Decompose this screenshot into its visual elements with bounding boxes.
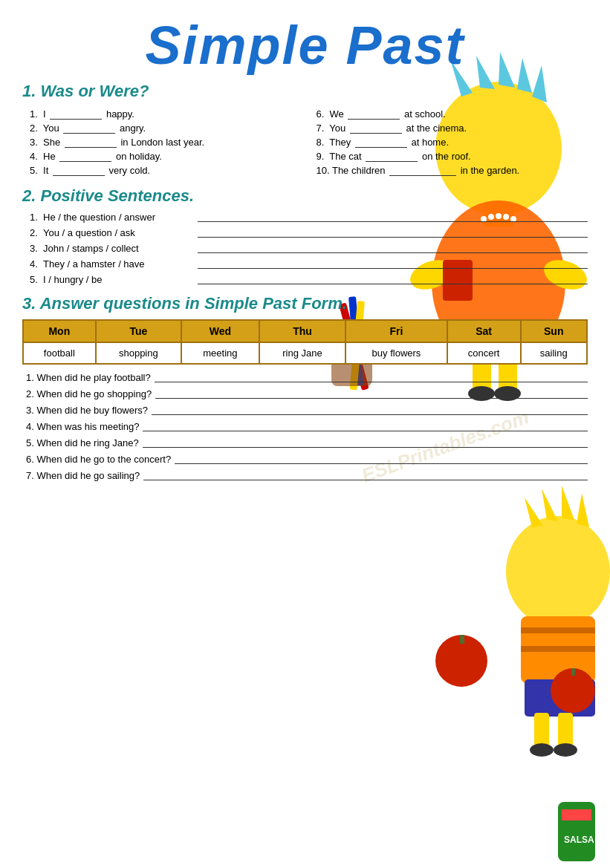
- sentence-prompt: You / a question / ask: [43, 227, 192, 238]
- question-text: 4. When was his meeting?: [26, 421, 139, 432]
- answer-line[interactable]: [198, 221, 588, 222]
- svg-rect-38: [460, 635, 464, 644]
- questions-list: 1. When did he play football? 2. When di…: [26, 372, 588, 481]
- table-cell-meeting: meeting: [181, 342, 259, 364]
- question-text: 3. When did he buy flowers?: [26, 405, 148, 416]
- table-header-sat: Sat: [447, 320, 521, 342]
- question-row: 2. When did he go shopping?: [26, 388, 588, 399]
- section1-heading: 1. Was or Were?: [22, 82, 588, 101]
- sentence-prompt: He / the question / answer: [43, 212, 192, 223]
- main-content: Simple Past 1. Was or Were? 1. I happy. …: [0, 0, 610, 494]
- sentence-prompt: I / hungry / be: [43, 274, 192, 285]
- list-item: 7. You at the cinema.: [317, 121, 588, 135]
- table-data-row: football shopping meeting ring Jane buy …: [23, 342, 587, 364]
- svg-point-32: [554, 743, 577, 757]
- section2-heading: 2. Positive Sentences.: [22, 186, 588, 206]
- blank-field[interactable]: [53, 175, 105, 176]
- svg-point-20: [506, 516, 610, 627]
- list-item: 6. We at school.: [317, 107, 588, 121]
- sentence-row: 4. They / a hamster / have: [30, 258, 588, 270]
- sentence-prompt: They / a hamster / have: [43, 258, 192, 270]
- question-row: 7. When did he go sailing?: [26, 470, 588, 481]
- question-row: 1. When did he play football?: [26, 372, 588, 383]
- blank-field[interactable]: [350, 133, 402, 134]
- table-cell-ring-jane: ring Jane: [259, 342, 346, 364]
- blank-field[interactable]: [366, 161, 418, 162]
- question-row: 4. When was his meeting?: [26, 421, 588, 432]
- section3-heading: 3. Answer questions in Simple Past Form.: [22, 294, 588, 313]
- table-header-tue: Tue: [96, 320, 181, 342]
- schedule-table: Mon Tue Wed Thu Fri Sat Sun football sho…: [22, 319, 588, 365]
- sentence-row: 1. He / the question / answer: [30, 212, 588, 223]
- question-text: 6. When did he go to the concert?: [26, 454, 171, 465]
- svg-text:SALSA: SALSA: [564, 835, 594, 845]
- question-text: 7. When did he go sailing?: [26, 470, 140, 481]
- positive-sentences-list: 1. He / the question / answer 2. You / a…: [30, 212, 588, 285]
- answer-line[interactable]: [155, 382, 588, 382]
- answer-line[interactable]: [155, 398, 588, 399]
- question-text: 1. When did he play football?: [26, 372, 151, 383]
- question-text: 5. When did he ring Jane?: [26, 437, 139, 448]
- svg-marker-24: [577, 493, 589, 527]
- question-row: 5. When did he ring Jane?: [26, 437, 588, 448]
- answer-line[interactable]: [175, 463, 588, 464]
- table-cell-buy-flowers: buy flowers: [345, 342, 447, 364]
- list-item: 9. The cat on the roof.: [317, 149, 588, 163]
- table-header-mon: Mon: [23, 320, 96, 342]
- table-cell-concert: concert: [447, 342, 521, 364]
- blank-field[interactable]: [59, 161, 111, 162]
- table-header-wed: Wed: [181, 320, 259, 342]
- svg-marker-21: [525, 497, 543, 527]
- answer-line[interactable]: [143, 431, 588, 431]
- sentence-row: 2. You / a question / ask: [30, 227, 588, 238]
- question-row: 6. When did he go to the concert?: [26, 454, 588, 465]
- blank-field[interactable]: [65, 147, 117, 148]
- svg-rect-26: [521, 627, 595, 633]
- list-item: 2. You angry.: [30, 121, 302, 135]
- list-item: 5. It very cold.: [30, 163, 302, 177]
- table-header-thu: Thu: [259, 320, 346, 342]
- answer-line[interactable]: [198, 237, 588, 238]
- sentence-number: 4.: [30, 258, 43, 270]
- table-header-row: Mon Tue Wed Thu Fri Sat Sun: [23, 320, 587, 342]
- list-item: 3. She in London last year.: [30, 135, 302, 149]
- table-header-fri: Fri: [345, 320, 447, 342]
- section-answer-questions: 3. Answer questions in Simple Past Form.…: [22, 294, 588, 481]
- question-row: 3. When did he buy flowers?: [26, 405, 588, 416]
- page-title: Simple Past: [22, 7, 588, 76]
- blank-field[interactable]: [50, 119, 102, 120]
- answer-line[interactable]: [198, 268, 588, 269]
- answer-line[interactable]: [143, 480, 588, 480]
- sentence-number: 3.: [30, 243, 43, 254]
- list-item: 10. The children in the garden.: [317, 163, 588, 177]
- table-header-sun: Sun: [521, 320, 587, 342]
- answer-line[interactable]: [143, 447, 588, 448]
- list-item: 1. I happy.: [30, 107, 302, 121]
- table-cell-football: football: [23, 342, 96, 364]
- sentence-prompt: John / stamps / collect: [43, 243, 192, 254]
- sentence-row: 3. John / stamps / collect: [30, 243, 588, 254]
- blank-field[interactable]: [348, 119, 400, 120]
- blank-field[interactable]: [63, 133, 115, 134]
- svg-rect-42: [562, 809, 591, 820]
- was-were-right-col: 6. We at school. 7. You at the cinema. 8…: [317, 107, 588, 177]
- svg-point-31: [530, 743, 554, 757]
- svg-rect-40: [571, 668, 575, 676]
- answer-line[interactable]: [198, 252, 588, 253]
- table-cell-sailing: sailing: [521, 342, 587, 364]
- sentence-number: 2.: [30, 227, 43, 238]
- sentence-number: 1.: [30, 212, 43, 223]
- list-item: 4. He on holiday.: [30, 149, 302, 163]
- answer-line[interactable]: [152, 414, 588, 415]
- question-text: 2. When did he go shopping?: [26, 388, 152, 399]
- section-positive-sentences: 2. Positive Sentences. 1. He / the quest…: [22, 186, 588, 285]
- blank-field[interactable]: [355, 147, 407, 148]
- list-item: 8. They at home.: [317, 135, 588, 149]
- table-cell-shopping: shopping: [96, 342, 181, 364]
- svg-rect-27: [521, 646, 595, 652]
- section-was-were: 1. Was or Were? 1. I happy. 2. You angry…: [22, 82, 588, 177]
- blank-field[interactable]: [389, 175, 456, 176]
- was-were-left-col: 1. I happy. 2. You angry. 3. She in Lond…: [30, 107, 302, 177]
- was-were-grid: 1. I happy. 2. You angry. 3. She in Lond…: [30, 107, 588, 177]
- answer-line[interactable]: [198, 284, 588, 284]
